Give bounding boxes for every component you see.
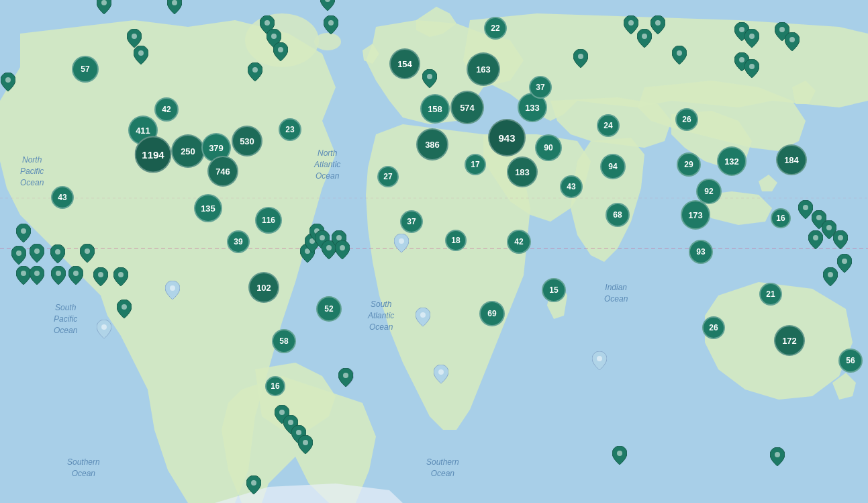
pin-p24[interactable] bbox=[16, 224, 31, 245]
pin-p61[interactable] bbox=[338, 368, 353, 390]
cluster-c38[interactable]: 94 bbox=[600, 154, 626, 179]
svg-point-37 bbox=[118, 272, 124, 277]
cluster-c42[interactable]: 29 bbox=[677, 152, 701, 177]
cluster-c44[interactable]: 132 bbox=[717, 146, 746, 176]
cluster-c27[interactable]: 17 bbox=[465, 154, 486, 175]
pin-p29[interactable] bbox=[30, 266, 44, 287]
pin-p41[interactable] bbox=[637, 29, 652, 50]
cluster-c10[interactable]: 135 bbox=[194, 194, 222, 222]
pin-p27[interactable] bbox=[50, 244, 65, 266]
cluster-c4[interactable]: 1194 bbox=[135, 136, 172, 173]
pin-p7[interactable] bbox=[167, 0, 182, 17]
pin-p28[interactable] bbox=[16, 266, 31, 287]
pin-p10[interactable] bbox=[1, 73, 15, 94]
pin-p20[interactable] bbox=[416, 308, 430, 329]
pin-p54[interactable] bbox=[808, 230, 823, 252]
cluster-c19[interactable]: 154 bbox=[389, 48, 420, 79]
pin-p30[interactable] bbox=[51, 266, 66, 287]
pin-p25[interactable] bbox=[11, 246, 26, 267]
cluster-c35[interactable]: 15 bbox=[542, 278, 566, 302]
cluster-c36[interactable]: 69 bbox=[479, 301, 505, 326]
pin-p11[interactable] bbox=[248, 62, 262, 84]
pin-p39[interactable] bbox=[573, 49, 588, 71]
cluster-c17[interactable]: 43 bbox=[51, 186, 74, 209]
cluster-c49[interactable]: 172 bbox=[774, 325, 805, 356]
pin-p31[interactable] bbox=[68, 266, 83, 287]
cluster-c12[interactable]: 39 bbox=[227, 230, 250, 253]
pin-p36[interactable] bbox=[97, 320, 111, 341]
cluster-c13[interactable]: 102 bbox=[248, 272, 279, 303]
cluster-c5[interactable]: 250 bbox=[171, 134, 205, 168]
cluster-c15[interactable]: 58 bbox=[272, 329, 296, 353]
cluster-c20[interactable]: 163 bbox=[467, 52, 500, 86]
cluster-c29[interactable]: 90 bbox=[535, 134, 562, 161]
pin-p38[interactable] bbox=[422, 69, 437, 91]
pin-p55[interactable] bbox=[837, 254, 852, 275]
pin-p64[interactable] bbox=[246, 475, 261, 497]
pin-p19[interactable] bbox=[394, 234, 409, 255]
pin-p45[interactable] bbox=[744, 29, 759, 50]
cluster-c22[interactable]: 158 bbox=[420, 94, 450, 124]
cluster-c30[interactable]: 43 bbox=[560, 175, 583, 198]
pin-p33[interactable] bbox=[113, 267, 128, 289]
cluster-c34[interactable]: 42 bbox=[507, 230, 531, 254]
cluster-c18[interactable]: 22 bbox=[484, 17, 507, 40]
cluster-c33[interactable]: 18 bbox=[445, 230, 467, 251]
world-map[interactable]: NorthPacificOcean NorthAtlanticOcean Sou… bbox=[0, 0, 868, 503]
cluster-c26[interactable]: 37 bbox=[529, 76, 552, 99]
cluster-c37[interactable]: 24 bbox=[597, 114, 620, 137]
pin-p23[interactable] bbox=[592, 351, 607, 373]
pin-p37[interactable] bbox=[165, 281, 180, 302]
pin-p56[interactable] bbox=[823, 267, 838, 289]
svg-point-8 bbox=[278, 47, 283, 52]
cluster-c39[interactable]: 68 bbox=[606, 203, 630, 227]
pin-p1[interactable] bbox=[324, 15, 338, 37]
cluster-c8[interactable]: 23 bbox=[279, 118, 301, 141]
cluster-c32[interactable]: 37 bbox=[400, 210, 423, 233]
svg-point-38 bbox=[85, 248, 90, 254]
cluster-c9[interactable]: 746 bbox=[207, 156, 238, 187]
pin-p49[interactable] bbox=[744, 59, 759, 81]
cluster-c43[interactable]: 173 bbox=[681, 200, 710, 230]
pin-p21[interactable] bbox=[434, 365, 448, 386]
svg-point-51 bbox=[789, 37, 795, 42]
cluster-c31[interactable]: 27 bbox=[377, 166, 399, 187]
cluster-c24[interactable]: 386 bbox=[416, 128, 448, 161]
cluster-c1[interactable]: 57 bbox=[72, 56, 99, 83]
cluster-c21[interactable]: 574 bbox=[450, 91, 484, 124]
cluster-c2[interactable]: 42 bbox=[154, 97, 179, 122]
svg-point-27 bbox=[597, 356, 602, 361]
pin-p62[interactable] bbox=[770, 447, 785, 469]
pin-p50[interactable] bbox=[798, 200, 813, 222]
pin-p26[interactable] bbox=[30, 244, 44, 265]
pin-p6[interactable] bbox=[97, 0, 111, 17]
pin-p60[interactable] bbox=[298, 435, 313, 457]
cluster-c16[interactable]: 16 bbox=[265, 376, 285, 396]
pin-p63[interactable] bbox=[612, 446, 627, 467]
pin-p34[interactable] bbox=[80, 244, 95, 265]
cluster-c40[interactable]: 93 bbox=[689, 240, 713, 264]
pin-p53[interactable] bbox=[833, 230, 848, 252]
cluster-c51[interactable]: 56 bbox=[838, 349, 863, 373]
cluster-c48[interactable]: 21 bbox=[759, 283, 782, 306]
pin-p47[interactable] bbox=[785, 32, 800, 54]
cluster-c7[interactable]: 530 bbox=[232, 126, 262, 156]
pin-p40[interactable] bbox=[624, 15, 638, 37]
cluster-c50[interactable]: 26 bbox=[702, 316, 725, 339]
cluster-c47[interactable]: 16 bbox=[771, 208, 791, 228]
cluster-c23[interactable]: 943 bbox=[488, 119, 526, 156]
pin-p18[interactable] bbox=[335, 240, 350, 262]
pin-p4[interactable] bbox=[273, 42, 288, 64]
pin-p43[interactable] bbox=[672, 46, 687, 67]
pin-p32[interactable] bbox=[93, 267, 108, 289]
cluster-c45[interactable]: 92 bbox=[696, 179, 722, 204]
cluster-c11[interactable]: 116 bbox=[255, 207, 282, 234]
pin-p5[interactable] bbox=[320, 0, 335, 13]
cluster-c14[interactable]: 52 bbox=[316, 296, 342, 322]
pin-p42[interactable] bbox=[650, 15, 665, 37]
cluster-c46[interactable]: 184 bbox=[776, 144, 807, 175]
pin-p9[interactable] bbox=[134, 46, 148, 67]
cluster-c41[interactable]: 26 bbox=[675, 108, 698, 131]
pin-p35[interactable] bbox=[117, 300, 132, 321]
cluster-c28[interactable]: 183 bbox=[507, 156, 538, 187]
